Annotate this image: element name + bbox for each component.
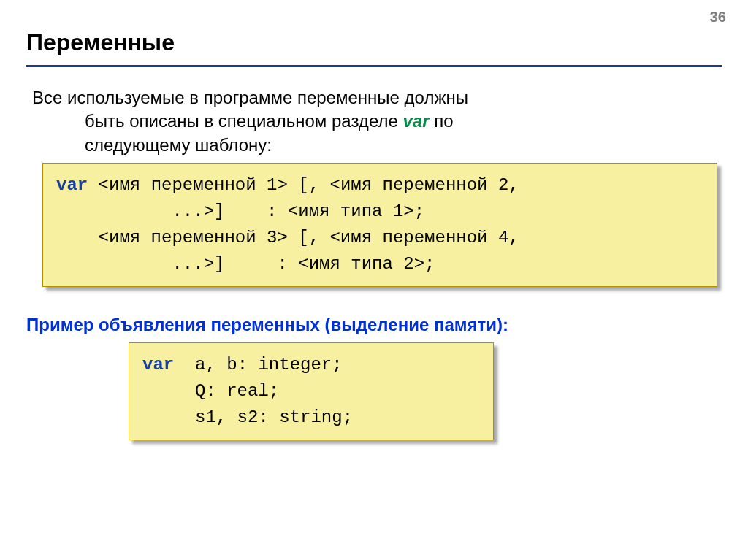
code-example-box: var a, b: integer; Q: real; s1, s2: stri…	[129, 342, 494, 440]
intro-line-2: быть описаны в специальном разделе var п…	[32, 110, 722, 133]
code2-line-1: a, b: integer;	[174, 355, 342, 375]
intro-line-2-post: по	[430, 111, 454, 131]
intro-line-3: следующему шаблону:	[32, 134, 722, 157]
page-number: 36	[710, 9, 726, 26]
example-subtitle: Пример объявления переменных (выделение …	[26, 315, 722, 335]
slide-title: Переменные	[26, 29, 722, 56]
code-line-4: ...>] : <имя типа 2>;	[56, 254, 435, 274]
code-keyword-var: var	[56, 175, 88, 195]
code2-line-2: Q: real;	[142, 381, 279, 401]
code-line-1: <имя переменной 1> [, <имя переменной 2,	[88, 175, 519, 195]
title-divider	[26, 65, 722, 67]
var-keyword: var	[402, 111, 429, 131]
intro-paragraph: Все используемые в программе переменные …	[32, 86, 722, 157]
intro-line-1: Все используемые в программе переменные …	[32, 86, 722, 110]
code-line-3: <имя переменной 3> [, <имя переменной 4,	[56, 228, 519, 248]
code-keyword-var-2: var	[142, 355, 174, 375]
intro-line-2-pre: быть описаны в специальном разделе	[85, 111, 402, 131]
code-line-2: ...>] : <имя типа 1>;	[56, 202, 424, 221]
code-template-box: var <имя переменной 1> [, <имя переменно…	[42, 163, 717, 287]
code2-line-3: s1, s2: string;	[142, 407, 353, 427]
